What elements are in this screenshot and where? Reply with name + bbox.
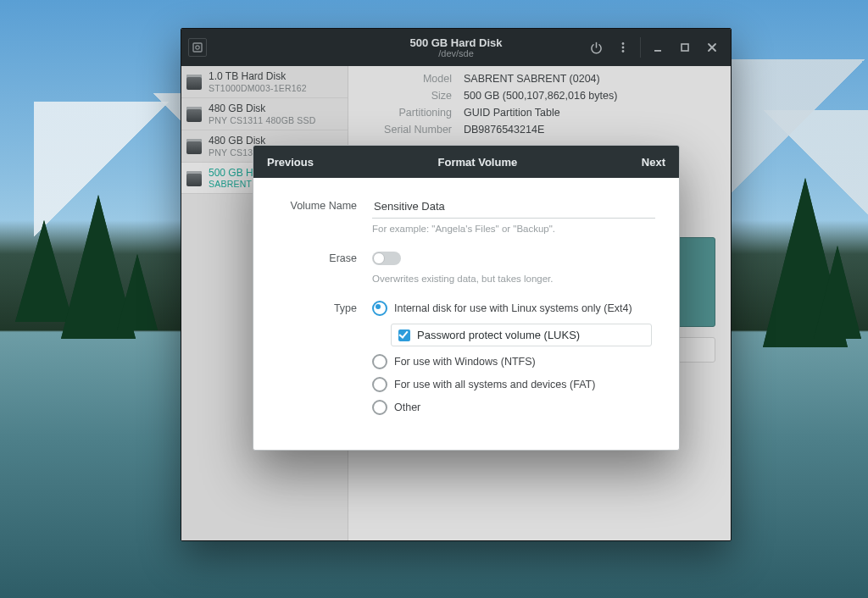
radio-icon (372, 377, 387, 392)
format-volume-dialog: Previous Format Volume Next Volume Name … (253, 145, 680, 451)
svg-rect-6 (682, 44, 688, 51)
desktop-wallpaper: 500 GB Hard Disk /dev/sde (0, 0, 868, 598)
radio-icon (372, 354, 387, 369)
previous-button[interactable]: Previous (267, 156, 314, 169)
type-option-ntfs[interactable]: For use with Windows (NTFS) (372, 354, 652, 369)
volume-name-input[interactable] (372, 197, 655, 219)
svg-rect-0 (193, 43, 202, 52)
svg-point-2 (622, 42, 625, 45)
type-option-label: Internal disk for use with Linux systems… (394, 302, 632, 314)
hdd-icon (186, 107, 202, 122)
detail-label-model: Model (348, 73, 464, 85)
radio-icon (372, 301, 387, 316)
type-option-other[interactable]: Other (372, 400, 652, 415)
titlebar: 500 GB Hard Disk /dev/sde (181, 29, 731, 66)
detail-value-size: 500 GB (500,107,862,016 bytes) (464, 90, 715, 102)
dialog-header: Previous Format Volume Next (253, 146, 679, 178)
app-icon (188, 38, 207, 57)
checkbox-icon (398, 329, 410, 341)
drive-sub: ST1000DM003-1ER162 (209, 83, 307, 93)
erase-switch[interactable] (372, 252, 401, 265)
menu-button[interactable] (609, 34, 637, 61)
drive-item-1[interactable]: 480 GB Disk PNY CS1311 480GB SSD (181, 98, 348, 130)
svg-rect-5 (654, 50, 661, 52)
hdd-icon (186, 171, 202, 186)
radio-icon (372, 400, 387, 415)
dialog-title: Format Volume (438, 156, 518, 169)
luks-checkbox-row[interactable]: Password protect volume (LUKS) (391, 324, 652, 346)
luks-label: Password protect volume (LUKS) (417, 329, 580, 341)
svg-point-1 (196, 46, 199, 49)
type-option-label: Other (394, 401, 420, 413)
type-label: Type (281, 299, 357, 314)
hdd-icon (186, 139, 202, 154)
detail-value-part: GUID Partition Table (464, 107, 715, 119)
drive-title: 1.0 TB Hard Disk (209, 71, 307, 83)
detail-label-part: Partitioning (348, 107, 464, 119)
detail-label-size: Size (348, 90, 464, 102)
type-option-label: For use with Windows (NTFS) (394, 356, 536, 368)
drive-sub: PNY CS1311 480GB SSD (209, 115, 316, 125)
power-button[interactable] (582, 34, 609, 61)
close-button[interactable] (698, 34, 726, 61)
minimize-button[interactable] (644, 34, 671, 61)
hdd-icon (186, 75, 202, 90)
type-option-label: For use with all systems and devices (FA… (394, 379, 595, 390)
detail-label-serial: Serial Number (348, 124, 464, 136)
maximize-button[interactable] (671, 34, 698, 61)
erase-hint: Overwrites existing data, but takes long… (372, 274, 652, 284)
detail-value-serial: DB9876543214E (464, 124, 715, 136)
erase-label: Erase (281, 249, 357, 264)
next-button[interactable]: Next (642, 156, 665, 169)
volume-name-label: Volume Name (281, 197, 357, 212)
drive-title: 480 GB Disk (209, 103, 316, 115)
detail-value-model: SABRENT SABRENT (0204) (464, 73, 715, 85)
drive-item-0[interactable]: 1.0 TB Hard Disk ST1000DM003-1ER162 (181, 66, 348, 98)
type-option-fat[interactable]: For use with all systems and devices (FA… (372, 377, 652, 392)
volume-name-hint: For example: "Angela's Files" or "Backup… (372, 224, 652, 234)
svg-point-4 (622, 50, 625, 53)
svg-point-3 (622, 47, 625, 49)
type-option-ext4[interactable]: Internal disk for use with Linux systems… (372, 301, 652, 316)
